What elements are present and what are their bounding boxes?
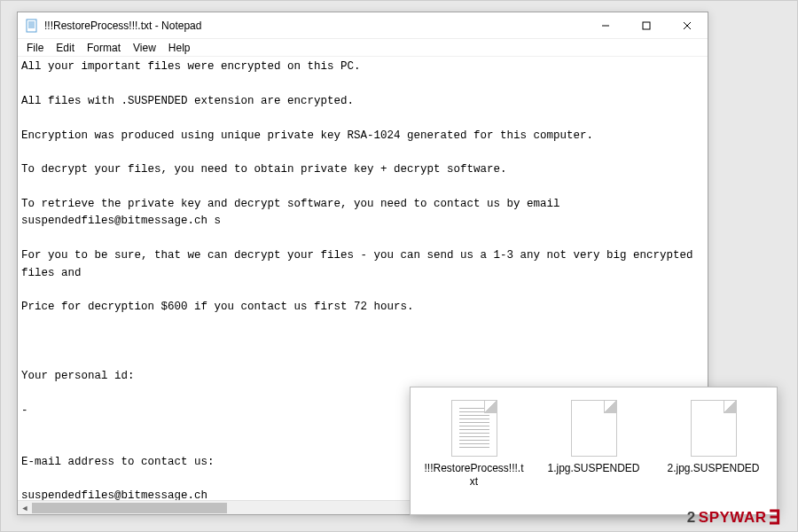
notepad-icon [25, 19, 39, 33]
menu-file[interactable]: File [21, 42, 49, 54]
menu-edit[interactable]: Edit [51, 42, 80, 54]
minimize-button[interactable] [585, 12, 626, 39]
watermark-spy: SPY [699, 509, 731, 527]
file-explorer-panel: !!!RestoreProcess!!!.txt 1.jpg.SUSPENDED… [410, 387, 778, 515]
svg-rect-6 [643, 22, 650, 29]
minimize-icon [601, 21, 610, 30]
scroll-thumb[interactable] [32, 503, 227, 513]
blank-file-icon [691, 400, 737, 457]
file-label: !!!RestoreProcess!!!.txt [423, 462, 525, 489]
text-file-icon [451, 400, 497, 457]
close-button[interactable] [667, 12, 708, 39]
blank-file-icon [571, 400, 617, 457]
window-controls [585, 12, 708, 39]
file-item[interactable]: !!!RestoreProcess!!!.txt [418, 400, 530, 489]
menubar: File Edit Format View Help [18, 39, 708, 57]
close-icon [683, 21, 692, 30]
window-title: !!!RestoreProcess!!!.txt - Notepad [44, 20, 201, 32]
file-label: 2.jpg.SUSPENDED [667, 462, 759, 475]
menu-view[interactable]: View [128, 42, 161, 54]
watermark-war: WAR [730, 509, 766, 527]
scroll-left-arrow-icon[interactable]: ◄ [18, 501, 32, 515]
title-left: !!!RestoreProcess!!!.txt - Notepad [25, 19, 201, 33]
file-item[interactable]: 1.jpg.SUSPENDED [537, 400, 650, 475]
file-item[interactable]: 2.jpg.SUSPENDED [657, 400, 770, 475]
watermark: 2 SPY WAR Ǝ [687, 506, 781, 529]
titlebar: !!!RestoreProcess!!!.txt - Notepad [18, 12, 708, 39]
file-label: 1.jpg.SUSPENDED [547, 462, 639, 475]
menu-format[interactable]: Format [82, 42, 126, 54]
watermark-two: 2 [687, 509, 696, 527]
maximize-button[interactable] [626, 12, 667, 39]
maximize-icon [642, 21, 651, 30]
menu-help[interactable]: Help [163, 42, 196, 54]
watermark-tail: Ǝ [769, 506, 782, 529]
